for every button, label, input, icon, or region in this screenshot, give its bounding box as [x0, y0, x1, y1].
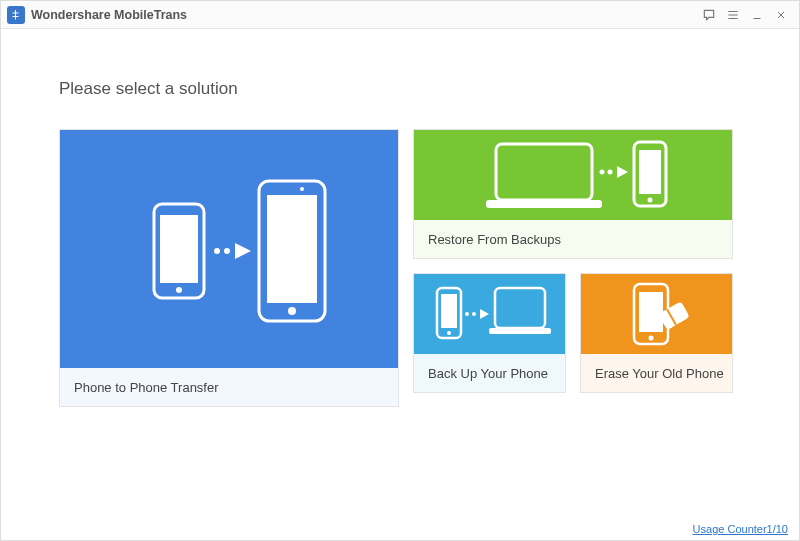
svg-point-21 — [447, 331, 451, 335]
tile-phone-to-phone-label: Phone to Phone Transfer — [60, 368, 398, 406]
titlebar: Wondershare MobileTrans — [1, 1, 799, 29]
svg-rect-12 — [486, 200, 602, 208]
phone-to-phone-icon — [60, 130, 398, 368]
svg-point-22 — [465, 312, 469, 316]
svg-point-18 — [648, 198, 653, 203]
svg-rect-20 — [441, 294, 457, 328]
svg-point-3 — [224, 248, 230, 254]
page-heading: Please select a solution — [59, 79, 741, 99]
right-column: Restore From Backups — [413, 129, 733, 393]
minimize-icon[interactable] — [745, 3, 769, 27]
feedback-icon[interactable] — [697, 3, 721, 27]
usage-counter-link[interactable]: Usage Counter1/10 — [693, 523, 788, 535]
svg-point-13 — [600, 170, 605, 175]
right-bottom-row: Back Up Your Phone — [413, 273, 733, 393]
svg-rect-26 — [489, 328, 551, 334]
app-logo-icon — [7, 6, 25, 24]
svg-rect-28 — [639, 292, 663, 332]
restore-icon — [414, 130, 732, 220]
svg-marker-15 — [617, 166, 628, 178]
svg-rect-1 — [160, 215, 198, 283]
tile-erase[interactable]: Erase Your Old Phone — [580, 273, 733, 393]
svg-point-8 — [288, 307, 296, 315]
svg-rect-7 — [267, 195, 317, 303]
svg-point-2 — [176, 287, 182, 293]
close-icon[interactable] — [769, 3, 793, 27]
svg-marker-24 — [480, 309, 489, 319]
backup-icon — [414, 274, 565, 354]
svg-point-23 — [472, 312, 476, 316]
erase-icon — [581, 274, 732, 354]
svg-point-9 — [300, 187, 304, 191]
tile-restore-label: Restore From Backups — [414, 220, 732, 258]
svg-point-29 — [648, 336, 653, 341]
tile-restore[interactable]: Restore From Backups — [413, 129, 733, 259]
tile-erase-label: Erase Your Old Phone — [581, 354, 732, 392]
app-title: Wondershare MobileTrans — [31, 8, 187, 22]
svg-marker-5 — [235, 243, 251, 259]
svg-point-14 — [608, 170, 613, 175]
tile-backup[interactable]: Back Up Your Phone — [413, 273, 566, 393]
menu-icon[interactable] — [721, 3, 745, 27]
tile-grid: Phone to Phone Transfer — [59, 129, 741, 407]
tile-phone-to-phone[interactable]: Phone to Phone Transfer — [59, 129, 399, 407]
svg-point-4 — [214, 248, 220, 254]
svg-rect-25 — [495, 288, 545, 328]
tile-backup-label: Back Up Your Phone — [414, 354, 565, 392]
main-content: Please select a solution — [1, 29, 799, 417]
svg-rect-17 — [639, 150, 661, 194]
